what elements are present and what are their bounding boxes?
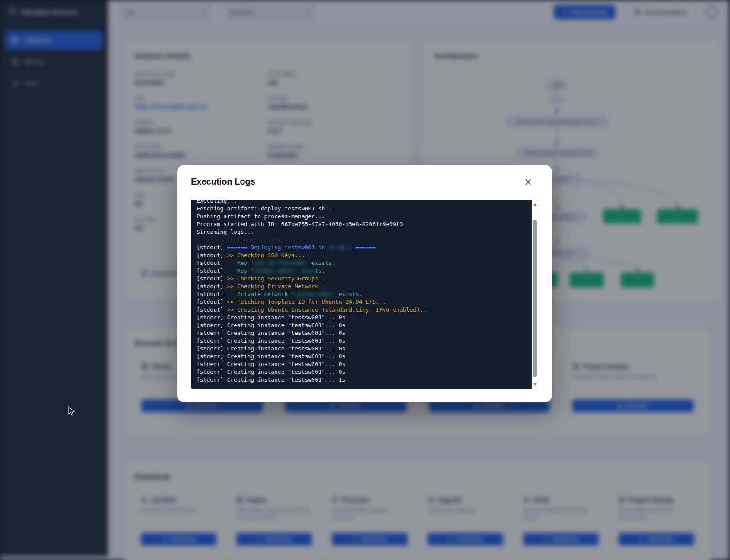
- mouse-cursor: [68, 406, 76, 417]
- terminal-scrollbar-thumb[interactable]: [533, 220, 537, 377]
- log-text: Program started with ID: 667ba755-47a7-4…: [197, 221, 403, 227]
- log-text: >> Creating Ubuntu Instance (standard.ti…: [227, 306, 430, 313]
- log-line: [stdout] Key 'netbox-admin' exists.: [197, 267, 527, 275]
- log-line: [stderr] Creating instance "testsw001"..…: [197, 353, 527, 360]
- log-text: >> Fetching Template ID for Ubuntu 24.04…: [227, 299, 386, 305]
- log-text: >> Checking Security Groups...: [227, 275, 328, 282]
- scroll-down-arrow-icon[interactable]: [532, 381, 538, 388]
- log-redacted-text: testsw-netw: [295, 291, 332, 297]
- log-stream-prefix: [stdout]: [197, 260, 227, 266]
- log-line: Pushing artifact to process-manager...: [197, 213, 527, 220]
- log-line: [stderr] Creating instance "testsw001"..…: [197, 329, 527, 337]
- log-text: Creating instance "testsw001"... 1s: [227, 376, 345, 383]
- modal-title: Execution Logs: [191, 177, 255, 187]
- log-stream-prefix: [stderr]: [197, 369, 227, 375]
- execution-logs-modal: Execution Logs ✕ Executing... Fetching a…: [177, 165, 552, 402]
- log-line: [stdout] ====== Deploying testsw001 in c…: [197, 244, 527, 251]
- log-text: Creating instance "testsw001"... 0s: [227, 314, 345, 321]
- log-line: [stderr] Creating instance "testsw001"..…: [197, 376, 527, 384]
- terminal-scrollbar[interactable]: [532, 200, 538, 389]
- log-text: Creating instance "testsw001"... 0s: [227, 330, 345, 336]
- log-text: Pushing artifact to process-manager...: [197, 213, 325, 220]
- log-line: Streaming logs...: [197, 228, 527, 236]
- log-line: [stderr] Creating instance "testsw001"..…: [197, 345, 527, 353]
- log-text: Fetching artifact: deploy-testsw001.sh..…: [197, 205, 335, 212]
- terminal-wrap: Executing... Fetching artifact: deploy-t…: [191, 200, 538, 389]
- log-text: Creating instance "testsw001"... 0s: [227, 345, 345, 352]
- log-text: ======: [352, 244, 376, 251]
- log-line: [stdout] >> Checking Private Network...: [197, 283, 527, 290]
- log-text: Key ': [227, 267, 254, 274]
- terminal[interactable]: Executing... Fetching artifact: deploy-t…: [191, 200, 538, 389]
- modal-header: Execution Logs ✕: [177, 165, 552, 188]
- log-stream-prefix: [stdout]: [197, 267, 227, 274]
- log-text: Creating instance "testsw001"... 0s: [227, 369, 345, 375]
- close-icon[interactable]: ✕: [522, 177, 535, 188]
- log-text: Creating instance "testsw001"... 0s: [227, 353, 345, 360]
- log-line: Program started with ID: 667ba755-47a7-4…: [197, 220, 527, 228]
- log-stream-prefix: [stderr]: [197, 345, 227, 352]
- log-stream-prefix: [stdout]: [197, 299, 227, 305]
- log-text: ----------------------------------: [197, 236, 311, 243]
- log-stream-prefix: [stderr]: [197, 337, 227, 344]
- log-stream-prefix: [stderr]: [197, 361, 227, 367]
- log-line: [stderr] Creating instance "testsw001"..…: [197, 360, 527, 368]
- log-line: [stderr] Creating instance "testsw001"..…: [197, 321, 527, 329]
- log-text: Creating instance "testsw001"... 0s: [227, 322, 345, 328]
- log-stream-prefix: [stderr]: [197, 314, 227, 321]
- log-line: ----------------------------------: [197, 236, 527, 244]
- log-text: Private network ': [227, 291, 295, 297]
- log-redacted-text: ssh-rd-frontend': [254, 260, 308, 266]
- log-stream-prefix: [stdout]: [197, 252, 227, 258]
- log-redacted-text: netbox-admin' exis: [254, 267, 315, 274]
- log-text: ts.: [315, 267, 325, 274]
- log-stream-prefix: [stdout]: [197, 283, 227, 290]
- log-stream-prefix: [stderr]: [197, 330, 227, 336]
- log-stream-prefix: [stderr]: [197, 322, 227, 328]
- log-text: Key ': [227, 260, 254, 266]
- log-line: Fetching artifact: deploy-testsw001.sh..…: [197, 205, 527, 213]
- scroll-up-arrow-icon[interactable]: [532, 201, 538, 208]
- log-line: [stderr] Creating instance "testsw001"..…: [197, 368, 527, 376]
- log-line: [stderr] Creating instance "testsw001"..…: [197, 337, 527, 345]
- log-text: ' exists.: [332, 291, 362, 297]
- log-stream-prefix: [stdout]: [197, 306, 227, 313]
- log-line: [stdout] >> Creating Ubuntu Instance (st…: [197, 306, 527, 314]
- log-text: Creating instance "testsw001"... 0s: [227, 337, 345, 344]
- log-stream-prefix: [stdout]: [197, 244, 227, 251]
- log-stream-prefix: [stdout]: [197, 275, 227, 282]
- log-redacted-text: ch-dk-2: [328, 244, 352, 251]
- log-text: >> Checking Private Network: [227, 283, 318, 290]
- log-text: exists.: [308, 260, 335, 266]
- log-line-clipped: Executing...: [197, 200, 527, 205]
- log-line: [stderr] Creating instance "testsw001"..…: [197, 314, 527, 321]
- log-line: [stdout] >> Checking SSH Keys...: [197, 251, 527, 259]
- log-line: [stdout] Key 'ssh-rd-frontend' exists.: [197, 259, 527, 267]
- log-stream-prefix: [stderr]: [197, 353, 227, 360]
- log-line: [stdout] >> Fetching Template ID for Ubu…: [197, 298, 527, 306]
- log-redacted-text: ...: [318, 283, 328, 290]
- log-text: Creating instance "testsw001"... 0s: [227, 361, 345, 367]
- log-text: Streaming logs...: [197, 229, 254, 235]
- log-line: [stdout] Private network 'testsw-netw' e…: [197, 290, 527, 298]
- log-stream-prefix: [stderr]: [197, 376, 227, 383]
- log-line: [stdout] >> Checking Security Groups...: [197, 275, 527, 283]
- log-stream-prefix: [stdout]: [197, 291, 227, 297]
- log-text: >> Checking SSH Keys...: [227, 252, 305, 258]
- log-text: ====== Deploying testsw001 in: [227, 244, 328, 251]
